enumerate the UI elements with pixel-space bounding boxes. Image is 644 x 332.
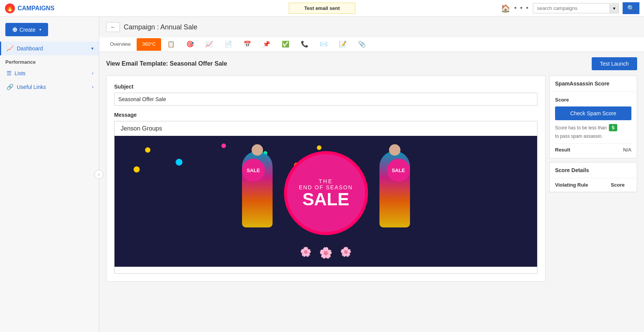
search-dropdown-button[interactable]: ▾ [610, 4, 618, 13]
sale-badge-left-text: SALE [247, 168, 260, 173]
tab-notes[interactable]: 📝 [334, 37, 352, 52]
tab-pin[interactable]: 📌 [257, 37, 276, 52]
search-wrapper: ▾ [533, 3, 619, 13]
tab-reports[interactable]: 📋 [162, 37, 180, 52]
sidebar-collapse-button[interactable]: ‹ [94, 170, 103, 179]
top-nav: 🔥 CAMPAIGNS Test email sent 🏠 • • • ▾ 🔍 [0, 0, 644, 17]
sale-badge-right-text: SALE [392, 168, 405, 173]
tab-calendar[interactable]: 📅 [238, 37, 257, 52]
template-header: View Email Template: Seasonal Offer Sale… [99, 52, 644, 76]
content-area: Subject Message Jenson Groups [99, 76, 644, 288]
sale-badge-left: SALE [242, 159, 265, 182]
test-email-banner: Test email sent [289, 3, 355, 14]
tab-360-label: 360°C [142, 41, 156, 47]
subject-label: Subject [114, 84, 537, 90]
sidebar-item-dashboard[interactable]: 📈 Dashboard ▾ [0, 42, 99, 55]
phone-icon: 📞 [301, 40, 308, 48]
result-row: Result N/A [555, 143, 631, 153]
spam-assassin-card: SpamAssassin Score Score Check Spam Scor… [549, 76, 637, 158]
back-icon: ← [110, 24, 116, 30]
tab-list[interactable]: 📄 [219, 37, 237, 52]
tab-check[interactable]: ✅ [276, 37, 295, 52]
message-label: Message [114, 112, 537, 118]
main-layout: ⊕ Create ▾ 📈 Dashboard ▾ Performance ☰ L… [0, 17, 644, 332]
sale-the-text: THE [319, 178, 333, 184]
threshold-badge: 5 [609, 124, 617, 131]
score-col-header: Score [605, 178, 637, 192]
chevron-down-icon: ▾ [39, 27, 41, 32]
svg-text:🔥: 🔥 [6, 5, 14, 12]
message-area: Jenson Groups [114, 121, 537, 274]
attachment-icon: 📎 [358, 40, 366, 48]
left-dancer: SALE [238, 151, 276, 235]
score-label: Score [555, 97, 631, 103]
home-button[interactable]: 🏠 [501, 4, 510, 13]
notes-icon: 📝 [339, 40, 347, 48]
sale-banner: SALE THE END OF SEASON SALE [115, 136, 537, 267]
page-title: Campaign : Annual Sale [124, 23, 197, 31]
sidebar-item-useful-links[interactable]: 🔗 Useful Links › [0, 80, 99, 94]
list-icon: 📄 [224, 40, 232, 48]
tabs-bar: Overview 360°C 📋 🎯 📈 📄 📅 📌 [99, 37, 644, 52]
threshold-text1: Score has to be less than [555, 125, 607, 131]
calendar-icon: 📅 [244, 40, 251, 48]
sidebar-dashboard-label: Dashboard [17, 45, 43, 52]
expand-icon: ▾ [91, 46, 94, 51]
tab-target[interactable]: 🎯 [181, 37, 199, 52]
template-title: View Email Template: Seasonal Offer Sale [106, 60, 227, 67]
sidebar-lists-label: Lists [15, 70, 26, 76]
result-value: N/A [623, 147, 631, 153]
spam-card-title: SpamAssassin Score [550, 76, 637, 92]
test-launch-button[interactable]: Test Launch [592, 57, 638, 70]
threshold-text2: to pass spam assassin. [555, 134, 603, 139]
lotus-icon-3: 🌸 [340, 247, 352, 259]
plus-icon: ⊕ [12, 26, 17, 33]
tab-360[interactable]: 360°C [137, 38, 161, 51]
tab-email[interactable]: ✉️ [315, 37, 333, 52]
score-details-title: Score Details [550, 163, 637, 178]
lotus-icon-2: 🌸 [319, 247, 332, 259]
create-button[interactable]: ⊕ Create ▾ [5, 23, 48, 36]
back-button[interactable]: ← [106, 22, 120, 32]
tab-attachment[interactable]: 📎 [353, 37, 371, 52]
tab-analytics[interactable]: 📈 [200, 37, 218, 52]
tab-phone[interactable]: 📞 [295, 37, 314, 52]
expand-arrow2-icon: › [92, 84, 94, 90]
reports-icon: 📋 [167, 40, 175, 48]
banner-row: SALE THE END OF SEASON SALE [122, 143, 529, 243]
sidebar-links-label: Useful Links [17, 84, 46, 90]
target-icon: 🎯 [186, 40, 194, 48]
spam-threshold: Score has to be less than 5 to pass spam… [555, 124, 631, 139]
sale-badge-right: SALE [387, 159, 410, 182]
create-label: Create [19, 27, 36, 33]
app-title: CAMPAIGNS [18, 5, 55, 12]
analytics-icon: 📈 [205, 40, 213, 48]
expand-arrow-icon: › [92, 71, 94, 76]
search-input[interactable] [533, 3, 610, 13]
sidebar: ⊕ Create ▾ 📈 Dashboard ▾ Performance ☰ L… [0, 17, 99, 332]
email-icon: ✉️ [320, 40, 328, 48]
app-logo: 🔥 CAMPAIGNS [5, 3, 55, 14]
sidebar-item-lists[interactable]: ☰ Lists › [0, 66, 99, 80]
right-dancer: SALE [376, 151, 414, 235]
company-name: Jenson Groups [115, 121, 537, 136]
lists-icon: ☰ [6, 70, 11, 77]
email-form: Subject Message Jenson Groups [106, 76, 546, 282]
tab-overview[interactable]: Overview [105, 38, 136, 51]
more-options-button[interactable]: • • • [514, 4, 529, 12]
check-spam-button[interactable]: Check Spam Score [555, 106, 631, 120]
performance-label: Performance [0, 55, 99, 66]
subject-input[interactable] [114, 93, 537, 106]
spam-card-body: Score Check Spam Score Score has to be l… [550, 92, 637, 158]
search-go-button[interactable]: 🔍 [623, 2, 639, 14]
links-icon: 🔗 [6, 84, 14, 90]
violating-rule-col-header: Violating Rule [550, 178, 605, 192]
sale-main-text: SALE [302, 190, 349, 208]
lotus-icon-1: 🌸 [300, 247, 312, 259]
main-content: ← Campaign : Annual Sale Overview 360°C … [99, 17, 644, 332]
page-header: ← Campaign : Annual Sale [99, 17, 644, 37]
score-details-table: Violating Rule Score [550, 178, 637, 192]
lotus-area: 🌸 🌸 🌸 [122, 243, 529, 259]
tab-overview-label: Overview [110, 41, 131, 47]
result-label: Result [555, 147, 570, 153]
